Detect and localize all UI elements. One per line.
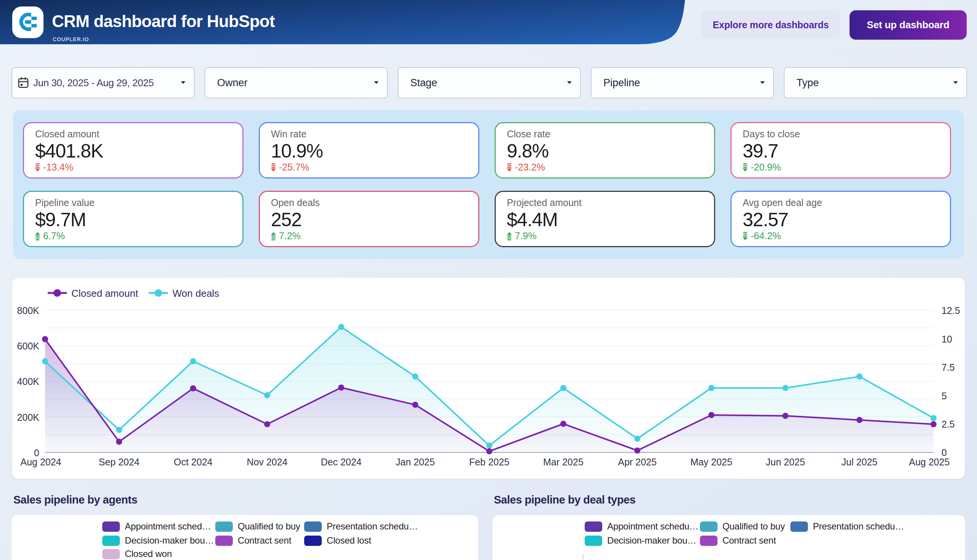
svg-text:Jul 2025: Jul 2025: [842, 457, 878, 467]
svg-text:Oct 2024: Oct 2024: [174, 457, 212, 467]
svg-text:Dec 2024: Dec 2024: [321, 457, 361, 467]
svg-text:Apr 2025: Apr 2025: [618, 457, 656, 467]
svg-text:12.5: 12.5: [942, 305, 960, 316]
svg-text:Nov 2024: Nov 2024: [247, 457, 287, 467]
svg-text:Aug 2024: Aug 2024: [20, 457, 61, 467]
svg-text:Feb 2025: Feb 2025: [469, 457, 509, 467]
svg-text:200K: 200K: [17, 412, 40, 423]
svg-text:Won deals: Won deals: [172, 288, 219, 299]
svg-text:Mar 2025: Mar 2025: [543, 457, 583, 467]
svg-text:Aug 2025: Aug 2025: [909, 457, 950, 467]
svg-text:Closed amount: Closed amount: [71, 288, 139, 299]
svg-text:Jan 2025: Jan 2025: [396, 457, 435, 467]
svg-text:600K: 600K: [17, 341, 40, 351]
svg-text:May 2025: May 2025: [690, 457, 732, 467]
svg-text:10: 10: [942, 334, 952, 345]
svg-text:Jun 2025: Jun 2025: [766, 457, 805, 467]
svg-text:5: 5: [942, 391, 947, 401]
svg-text:2.5: 2.5: [942, 419, 955, 430]
svg-text:0: 0: [942, 447, 947, 458]
svg-text:400K: 400K: [17, 376, 40, 387]
svg-text:Sep 2024: Sep 2024: [99, 457, 139, 467]
svg-text:7.5: 7.5: [942, 362, 955, 373]
svg-text:800K: 800K: [17, 305, 40, 316]
